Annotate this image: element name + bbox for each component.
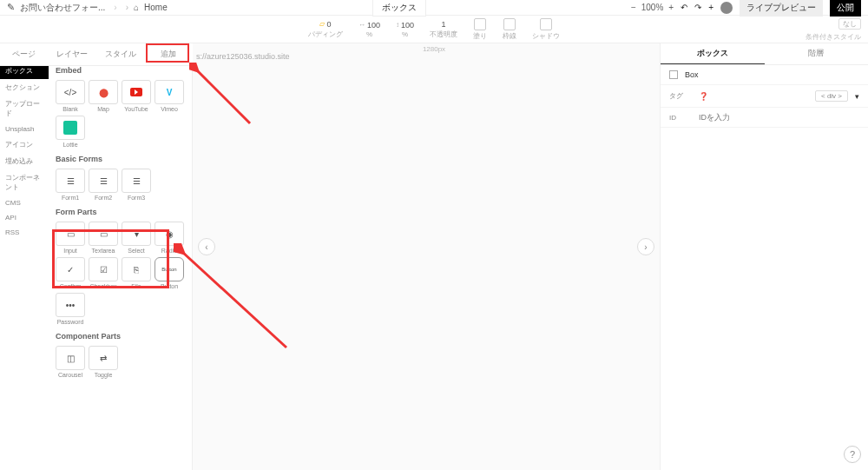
- file-icon: ⎘: [122, 257, 151, 281]
- border-swatch[interactable]: [503, 18, 516, 30]
- canvas-next-button[interactable]: ›: [637, 238, 654, 255]
- code-icon: </>: [56, 80, 85, 104]
- button-icon: Button: [155, 257, 184, 281]
- redo-button[interactable]: ↷: [694, 3, 701, 12]
- padding-value[interactable]: 0: [326, 20, 331, 29]
- cat-upload[interactable]: アップロード: [0, 96, 49, 122]
- form-icon: ☰: [56, 169, 85, 193]
- zoom-out-button[interactable]: −: [631, 3, 636, 12]
- fill-label: 塗り: [473, 31, 487, 41]
- id-label: ID: [669, 114, 692, 122]
- rtab-box[interactable]: ボックス: [661, 43, 765, 64]
- input-icon: ▭: [56, 222, 85, 246]
- padding-icon: ▱: [319, 20, 325, 28]
- home-icon: ⌂: [134, 3, 139, 12]
- canvas-url: s://azure125036.studio.site: [196, 52, 290, 61]
- cat-unsplash[interactable]: Unsplash: [0, 122, 49, 136]
- section-comp-title: Component Parts: [56, 332, 185, 341]
- tile-radio[interactable]: ◉Radio: [155, 222, 184, 254]
- category-list: ボックス セクション アップロード Unsplash アイコン 埋め込み コンポ…: [0, 43, 49, 470]
- padding-label: パディング: [308, 30, 343, 39]
- height-value[interactable]: 100: [401, 21, 414, 30]
- tile-select[interactable]: ▾Select: [122, 222, 151, 254]
- width-icon: ↔: [358, 21, 365, 30]
- opacity-label: 不透明度: [430, 30, 457, 39]
- zoom-in-button[interactable]: +: [668, 3, 674, 12]
- avatar[interactable]: [720, 2, 733, 14]
- help-button[interactable]: ?: [844, 446, 861, 463]
- vimeo-icon: V: [167, 88, 173, 97]
- cat-section[interactable]: セクション: [0, 79, 49, 96]
- opacity-value[interactable]: 1: [442, 20, 446, 29]
- cat-icon[interactable]: アイコン: [0, 136, 49, 153]
- radio-icon: ◉: [155, 222, 184, 246]
- pin-icon: ⬤: [99, 88, 108, 97]
- selected-element-tab[interactable]: ボックス: [372, 0, 426, 17]
- cat-rss[interactable]: RSS: [0, 225, 49, 240]
- cat-api[interactable]: API: [0, 210, 49, 225]
- checkbox-icon: ☑: [89, 257, 118, 281]
- tile-youtube[interactable]: YouTube: [122, 80, 151, 112]
- chevron-icon: ›: [126, 3, 128, 12]
- tile-blank[interactable]: </>Blank: [56, 80, 85, 112]
- textarea-icon: ▭: [89, 222, 118, 246]
- tile-password[interactable]: •••Password: [56, 293, 85, 325]
- tab-layer[interactable]: レイヤー: [49, 43, 97, 65]
- tab-style[interactable]: スタイル: [96, 43, 145, 65]
- tile-button[interactable]: ButtonButton: [155, 257, 184, 289]
- tag-select[interactable]: < div >: [815, 90, 848, 102]
- rtab-layer[interactable]: 階層: [765, 43, 869, 64]
- form-icon: ☰: [89, 169, 118, 193]
- tab-add[interactable]: 追加: [145, 43, 194, 65]
- cat-embed[interactable]: 埋め込み: [0, 153, 49, 169]
- tile-toggle[interactable]: ⇄Toggle: [89, 346, 118, 378]
- password-icon: •••: [56, 293, 85, 317]
- chevron-down-icon[interactable]: ▾: [855, 92, 859, 101]
- tile-input[interactable]: ▭Input: [56, 222, 85, 254]
- breadcrumb-project[interactable]: お問い合わせフォー...: [20, 2, 105, 14]
- chevron-icon: ›: [114, 3, 116, 12]
- conditional-style-label[interactable]: 条件付きスタイル: [806, 32, 861, 42]
- ruler-label: 1280px: [423, 45, 445, 53]
- tab-page[interactable]: ページ: [0, 43, 49, 65]
- canvas[interactable]: s://azure125036.studio.site ‹ ›: [193, 43, 660, 470]
- publish-button[interactable]: 公開: [830, 0, 861, 17]
- tile-lottie[interactable]: Lottie: [56, 116, 85, 148]
- add-user-button[interactable]: +: [708, 3, 713, 12]
- lottie-icon: [63, 121, 77, 135]
- box-checkbox[interactable]: [669, 70, 678, 79]
- tile-carousel[interactable]: ◫Carousel: [56, 346, 85, 378]
- tile-form3[interactable]: ☰Form3: [122, 169, 151, 201]
- tile-textarea[interactable]: ▭Textarea: [89, 222, 118, 254]
- select-icon: ▾: [122, 222, 151, 246]
- tag-label: タグ: [669, 91, 692, 101]
- tile-form2[interactable]: ☰Form2: [89, 169, 118, 201]
- height-icon: ↕: [396, 21, 399, 30]
- edit-icon[interactable]: ✎: [7, 2, 15, 13]
- tile-vimeo[interactable]: VVimeo: [155, 80, 184, 112]
- preview-button[interactable]: ライブプレビュー: [740, 0, 823, 17]
- tile-checkbox[interactable]: ☑Checkbox: [89, 257, 118, 289]
- breadcrumb-page[interactable]: Home: [144, 3, 168, 12]
- section-forms-title: Basic Forms: [56, 155, 185, 163]
- border-label: 枠線: [503, 31, 516, 41]
- box-check-label: Box: [685, 70, 699, 79]
- cat-cms[interactable]: CMS: [0, 195, 49, 210]
- tile-confirm[interactable]: ✓Confirm: [56, 257, 85, 289]
- none-badge[interactable]: なし: [838, 18, 861, 30]
- cat-component[interactable]: コンポーネント: [0, 169, 49, 195]
- youtube-icon: [130, 88, 142, 96]
- help-icon[interactable]: ❓: [699, 92, 708, 101]
- undo-button[interactable]: ↶: [681, 3, 687, 12]
- tile-map[interactable]: ⬤Map: [89, 80, 118, 112]
- carousel-icon: ◫: [56, 346, 85, 370]
- shadow-swatch[interactable]: [540, 18, 552, 30]
- canvas-prev-button[interactable]: ‹: [198, 238, 215, 255]
- width-value[interactable]: 100: [367, 21, 380, 30]
- tile-file[interactable]: ⎘File: [122, 257, 151, 289]
- tile-form1[interactable]: ☰Form1: [56, 169, 85, 201]
- shadow-label: シャドウ: [532, 31, 560, 41]
- fill-swatch[interactable]: [474, 18, 486, 30]
- id-input[interactable]: [699, 113, 859, 122]
- width-unit: %: [366, 30, 372, 38]
